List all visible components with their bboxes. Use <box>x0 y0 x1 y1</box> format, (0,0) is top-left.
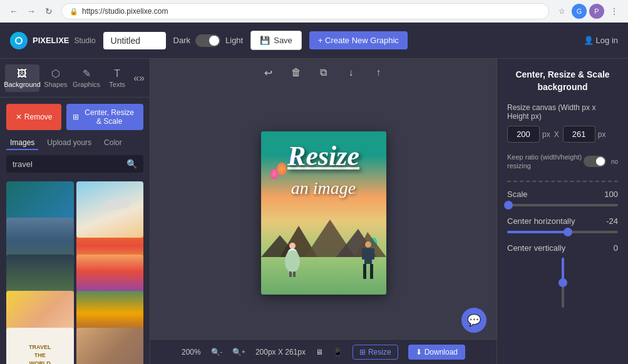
svg-point-7 <box>285 250 300 273</box>
download-button[interactable]: ⬇ Download <box>408 345 465 360</box>
keep-ratio-label: Keep ratio (width/height) resizing <box>507 153 584 171</box>
svg-rect-8 <box>289 271 292 277</box>
collapse-sidebar-button[interactable]: «» <box>133 73 145 84</box>
image-item-10[interactable] <box>76 328 144 364</box>
bookmark-button[interactable]: ☆ <box>554 4 569 19</box>
woman-figure <box>283 243 302 277</box>
zoom-in-plus: + <box>242 348 245 355</box>
canvas-text-resize: Resize <box>287 140 359 172</box>
zoom-out-minus: - <box>220 348 222 355</box>
delete-button[interactable]: 🗑 <box>286 63 306 83</box>
save-button[interactable]: 💾 Save <box>250 31 302 50</box>
resize-section: Resize canvas (Width px x Height px) px … <box>507 103 618 143</box>
canvas[interactable]: Resize an image <box>261 131 386 295</box>
mobile-view-button[interactable]: 📱 <box>333 348 342 356</box>
logo-icon <box>10 32 28 49</box>
chat-bubble[interactable]: 💬 <box>461 308 486 333</box>
scale-section: Scale 100 <box>507 190 618 206</box>
canvas-text-image: an image <box>291 178 356 198</box>
shapes-icon: ⬡ <box>51 68 60 79</box>
width-input[interactable] <box>507 126 540 143</box>
light-label: Light <box>225 36 243 45</box>
sidebar-actions: ✕ Remove ⊞ Center, Resize & Scale <box>0 98 150 136</box>
url-text: https://studio.pixelixe.com <box>82 7 168 16</box>
login-button[interactable]: 👤 Log in <box>584 36 618 45</box>
svg-point-5 <box>289 243 296 249</box>
center-h-thumb[interactable] <box>564 228 572 236</box>
center-v-slider[interactable] <box>562 258 564 308</box>
logo-inner <box>15 37 23 44</box>
image-item-2[interactable] <box>76 181 144 238</box>
center-h-header: Center horizontally -24 <box>507 216 618 226</box>
app: PIXELIXE Studio Dark Light 💾 Save + Crea… <box>0 23 628 364</box>
sidebar-tab-texts[interactable]: T Texts <box>103 64 131 92</box>
browser-nav: ← → ↻ <box>6 4 56 19</box>
main-content: 🖼 Background ⬡ Shapes ✎ Graphics T Texts… <box>0 59 628 364</box>
divider <box>507 181 618 182</box>
height-input[interactable] <box>563 126 595 143</box>
resize-button-bottom[interactable]: ⊞ Resize <box>353 345 398 360</box>
duplicate-button[interactable]: ⧉ <box>314 63 334 83</box>
filter-tab-upload[interactable]: Upload yours <box>43 136 95 150</box>
resize-bottom-icon: ⊞ <box>359 348 366 356</box>
reload-button[interactable]: ↻ <box>41 4 56 19</box>
toggle-knob <box>209 36 219 46</box>
filter-tab-color[interactable]: Color <box>100 136 126 150</box>
sidebar-tab-background[interactable]: 🖼 Background <box>5 64 39 92</box>
center-resize-button[interactable]: ⊞ Center, Resize & Scale <box>66 104 143 130</box>
search-input[interactable] <box>13 159 121 169</box>
sidebar-tab-graphics[interactable]: ✎ Graphics <box>72 64 101 92</box>
scale-thumb[interactable] <box>504 201 513 210</box>
move-down-button[interactable]: ↓ <box>341 63 361 83</box>
save-icon: 💾 <box>260 36 270 45</box>
browser-bar: ← → ↻ 🔒 https://studio.pixelixe.com ☆ G … <box>0 0 628 23</box>
delete-icon: 🗑 <box>291 67 301 78</box>
center-v-value: 0 <box>614 243 618 253</box>
sidebar-tab-shapes[interactable]: ⬡ Shapes <box>42 64 69 92</box>
image-item-9[interactable]: TRAVELTHEWORLD <box>6 328 74 364</box>
user-avatar-1: G <box>572 4 587 19</box>
dark-label: Dark <box>173 36 190 45</box>
center-h-slider[interactable] <box>507 231 618 233</box>
center-h-section: Center horizontally -24 <box>507 216 618 233</box>
zoom-in-button[interactable]: 🔍 + <box>232 348 245 356</box>
move-up-button[interactable]: ↑ <box>369 63 389 83</box>
resize-bottom-label: Resize <box>368 348 391 356</box>
filter-tab-images[interactable]: Images <box>6 136 38 150</box>
keep-ratio-toggle[interactable] <box>584 156 606 167</box>
address-bar[interactable]: 🔒 https://studio.pixelixe.com <box>61 3 549 19</box>
scale-value: 100 <box>604 190 618 199</box>
save-label: Save <box>274 36 292 45</box>
duplicate-icon: ⧉ <box>320 67 327 78</box>
logo-text: PIXELIXE <box>33 36 69 45</box>
remove-button[interactable]: ✕ Remove <box>6 104 61 130</box>
svg-rect-12 <box>363 264 366 279</box>
man-figure <box>359 241 377 279</box>
sidebar-tabs: 🖼 Background ⬡ Shapes ✎ Graphics T Texts… <box>0 59 150 98</box>
canvas-bottom-bar: 200% 🔍 - 🔍 + 200px X 261px 🖥 📱 <box>150 339 497 364</box>
scale-slider[interactable] <box>507 204 618 206</box>
back-button[interactable]: ← <box>6 4 21 19</box>
browser-actions: ☆ G P ⋮ <box>554 4 622 19</box>
panel-title: Center, Resize & Scale background <box>507 69 618 93</box>
user-avatar-2: P <box>589 4 604 19</box>
zoom-out-button[interactable]: 🔍 - <box>211 348 222 356</box>
theme-switch[interactable] <box>195 34 220 47</box>
svg-point-10 <box>365 241 371 248</box>
chat-icon: 💬 <box>467 313 481 327</box>
create-button[interactable]: + Create New Graphic <box>309 31 408 49</box>
title-input[interactable] <box>103 32 166 49</box>
resize-icon: ⊞ <box>73 113 79 121</box>
height-group: px <box>563 126 606 143</box>
center-v-thumb[interactable] <box>559 278 567 287</box>
forward-button[interactable]: → <box>24 4 39 19</box>
resize-canvas-label: Resize canvas (Width px x Height px) <box>507 103 618 121</box>
width-px-label: px <box>542 130 550 139</box>
menu-button[interactable]: ⋮ <box>607 4 622 19</box>
undo-button[interactable]: ↩ <box>259 63 279 83</box>
desktop-view-button[interactable]: 🖥 <box>316 348 323 356</box>
desktop-icon: 🖥 <box>316 348 323 356</box>
login-icon: 👤 <box>584 36 594 45</box>
zoom-in-icon: 🔍 <box>232 348 242 356</box>
center-h-value: -24 <box>606 216 618 226</box>
